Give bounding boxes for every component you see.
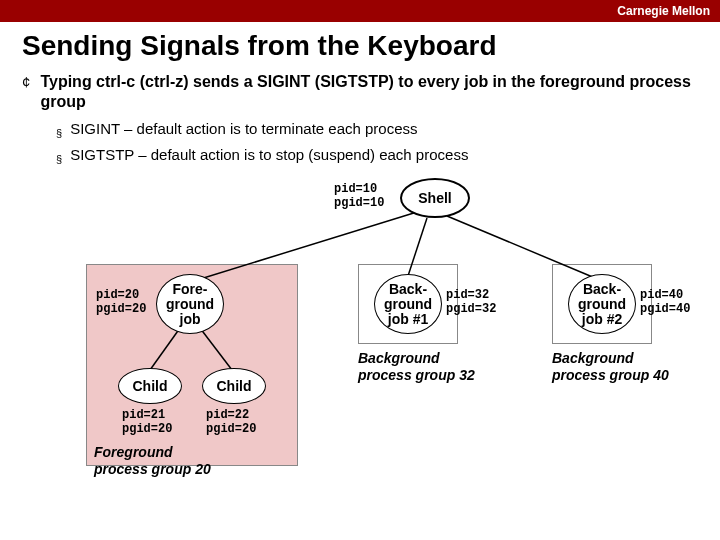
bg1-caption: Background process group 32 [358,350,475,384]
bg2-ids: pid=40 pgid=40 [640,288,690,316]
bullet-text: SIGINT – default action is to terminate … [70,118,417,144]
bullet-text: SIGTSTP – default action is to stop (sus… [70,144,468,170]
node-label: Fore- ground job [166,282,214,327]
bullet-level2: § SIGINT – default action is to terminat… [56,118,692,144]
square-marker: § [56,122,62,144]
fg-ids: pid=20 pgid=20 [96,288,146,316]
child2-ids: pid=22 pgid=20 [206,408,256,436]
svg-line-0 [197,212,417,280]
background-job2-node: Back- ground job #2 [568,274,636,334]
bullet-level2: § SIGTSTP – default action is to stop (s… [56,144,692,170]
bullet-marker: ¢ [22,74,30,112]
node-label: Back- ground job #1 [384,282,432,327]
node-label: Child [217,379,252,394]
svg-line-4 [200,328,232,370]
svg-line-1 [408,218,427,276]
process-tree-diagram: pid=10 pgid=10 Shell pid=20 pgid=20 Fore… [22,176,702,516]
node-label: Child [133,379,168,394]
child1-node: Child [118,368,182,404]
background-job1-node: Back- ground job #1 [374,274,442,334]
child1-ids: pid=21 pgid=20 [122,408,172,436]
brand-text: Carnegie Mellon [617,4,710,18]
bg2-caption: Background process group 40 [552,350,669,384]
child2-node: Child [202,368,266,404]
bullet-level1: ¢ Typing ctrl-c (ctrl-z) sends a SIGINT … [22,72,692,112]
bg1-ids: pid=32 pgid=32 [446,288,496,316]
foreground-job-node: Fore- ground job [156,274,224,334]
bullet-text: Typing ctrl-c (ctrl-z) sends a SIGINT (S… [40,72,692,112]
square-marker: § [56,148,62,170]
shell-ids: pid=10 pgid=10 [334,182,384,210]
shell-node: Shell [400,178,470,218]
svg-line-2 [447,216,595,278]
svg-line-3 [150,328,180,370]
slide-title: Sending Signals from the Keyboard [0,22,720,66]
header-bar: Carnegie Mellon [0,0,720,22]
fg-caption: Foreground process group 20 [94,444,211,478]
content-area: ¢ Typing ctrl-c (ctrl-z) sends a SIGINT … [0,72,720,516]
node-label: Shell [418,191,451,206]
node-label: Back- ground job #2 [578,282,626,327]
bullet-level2-list: § SIGINT – default action is to terminat… [56,118,692,170]
